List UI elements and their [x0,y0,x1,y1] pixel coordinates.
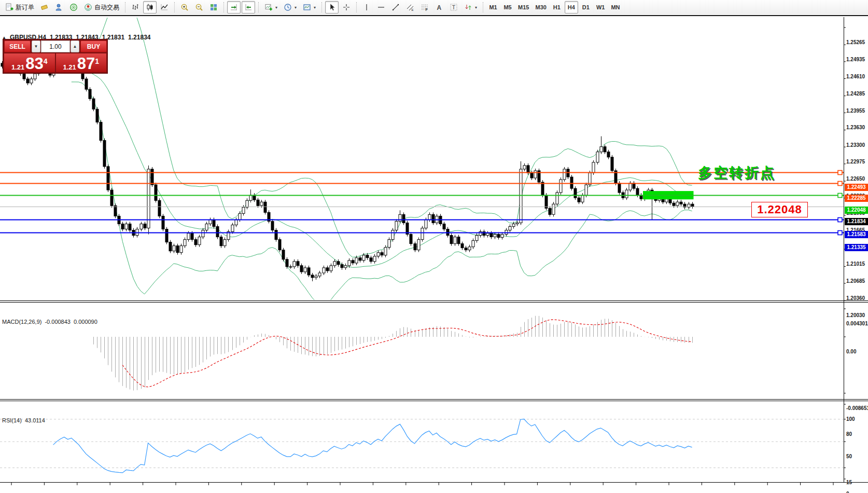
auto-scroll-button[interactable] [227,1,241,13]
svg-text:A: A [437,4,442,11]
vline-icon [362,3,371,11]
chart-window: ▲ GBPUSD,H4 1.21833 1.21843 1.21831 1.21… [0,15,868,493]
auto-trading-label: 自动交易 [94,3,119,12]
line-chart-button[interactable] [158,1,171,13]
text-button[interactable]: A [432,1,446,13]
chevron-down-icon: ▾ [475,5,477,10]
zoom-in-button[interactable] [178,1,191,13]
buy-price[interactable]: 1.21871 [56,53,107,72]
crosshair-icon [342,3,351,11]
new-chart-button[interactable]: ▾ [262,1,280,13]
equidistant-channel-button[interactable]: E [403,1,417,13]
tf-m15-button[interactable]: M15 [515,1,531,13]
bar-chart-button[interactable] [129,1,142,13]
volume-control: ▼ ▲ [32,40,79,52]
tf-h1-button[interactable]: H1 [550,1,564,13]
hline-end-marker[interactable] [838,194,842,198]
toolbar-separator [174,2,175,12]
channel-icon: E [406,3,414,11]
rsi-line [53,419,692,473]
candle-chart-button[interactable] [143,1,157,13]
macd-indicator-label: MACD(12,26,9) -0.000843 0.000090 [2,319,97,325]
cursor-button[interactable] [325,1,339,13]
zoom-out-button[interactable] [192,1,206,13]
tf-mn-button[interactable]: MN [608,1,622,13]
signals-button[interactable] [67,1,80,13]
tf-h4-button[interactable]: H4 [565,1,578,13]
sonar-icon [69,3,78,11]
new-order-button[interactable]: 新订单 [3,1,37,13]
hline-price-label: 1.22048 [845,207,868,214]
cursor-icon [328,3,336,11]
hline-end-marker[interactable] [838,171,842,175]
chevron-down-icon: ▾ [295,5,297,10]
volume-decrease-button[interactable]: ▼ [32,40,40,52]
bollinger-lower-band [72,82,692,304]
rsi-axis-tick: 15 [846,479,868,486]
zoom-out-icon [195,3,203,11]
svg-text:F: F [426,8,428,11]
buy-button[interactable]: BUY [80,40,107,52]
arrows-button[interactable]: ▾ [461,1,480,13]
periods-button[interactable]: ▾ [281,1,299,13]
tf-m1-label: M1 [489,4,497,10]
sell-price[interactable]: 1.21834 [4,53,55,72]
hline-end-marker[interactable] [838,182,842,186]
price-axis-tick: 1.24935 [846,56,868,63]
depth-of-market-button[interactable] [38,1,51,13]
vertical-line-button[interactable] [360,1,373,13]
tf-mn-label: MN [611,4,620,10]
chart-canvas [0,16,868,493]
auto-trading-button[interactable]: 自动交易 [81,1,122,13]
hline-end-marker[interactable] [838,231,842,235]
horizontal-line-button[interactable] [374,1,388,13]
turning-point-annotation: 多空转折点 [698,163,776,182]
tf-m30-button[interactable]: M30 [533,1,549,13]
chartshift-icon [244,3,253,11]
tf-m15-label: M15 [518,4,529,10]
templates-button[interactable]: ▾ [300,1,318,13]
rsi-axis-tick: 80 [846,431,868,438]
volume-input[interactable] [41,40,70,52]
macd-panel [94,316,693,391]
price-axis-tick: 1.20685 [846,278,868,285]
price-callout-label[interactable]: 1.22048 [751,202,808,217]
volume-increase-button[interactable]: ▲ [71,40,79,52]
tile-windows-button[interactable] [207,1,220,13]
tf-h4-label: H4 [568,4,575,10]
fibo-icon: F [421,3,429,11]
trendline-button[interactable] [389,1,402,13]
candles-icon [146,3,154,11]
chart-shift-button[interactable] [242,1,255,13]
tf-m5-button[interactable]: M5 [501,1,514,13]
hline-end-marker[interactable] [838,218,842,222]
tf-m1-button[interactable]: M1 [486,1,500,13]
textT-icon: T [450,3,458,11]
one-click-trading-panel: SELL ▼ ▲ BUY 1.21834 1.21871 [3,39,107,73]
tf-d1-button[interactable]: D1 [579,1,593,13]
new-order-label: 新订单 [16,3,34,12]
hline-price-label: 1.21335 [845,244,868,251]
rsi-axis-tick: 0 [846,490,868,493]
svg-text:E: E [412,8,414,11]
toolbar-separator [258,2,259,12]
rsi-indicator-label: RSI(14) 43.0114 [2,417,45,423]
ohlc-close: 1.21834 [128,34,150,41]
trend-icon [391,3,400,11]
price-axis-tick: 1.23955 [846,107,868,115]
sell-button[interactable]: SELL [4,40,31,52]
terminal-button[interactable] [52,1,66,13]
text-label-button[interactable]: T [447,1,460,13]
hline-icon [377,3,385,11]
frame [0,17,868,485]
linechart-icon [160,3,169,11]
mt4-window: 新订单自动交易▾▾▾EFAT▾M1M5M15M30H1H4D1W1MN ▲ GB… [0,0,868,493]
crosshair-button[interactable] [340,1,353,13]
fibonacci-button[interactable]: F [418,1,431,13]
tf-w1-label: W1 [596,4,605,10]
chevron-down-icon: ▾ [275,5,277,10]
tf-w1-button[interactable]: W1 [594,1,608,13]
macd-axis-tick: 0.00 [846,348,868,355]
current-price-label: 1.21834 [845,218,868,225]
hline-price-label: 1.22285 [845,195,868,202]
